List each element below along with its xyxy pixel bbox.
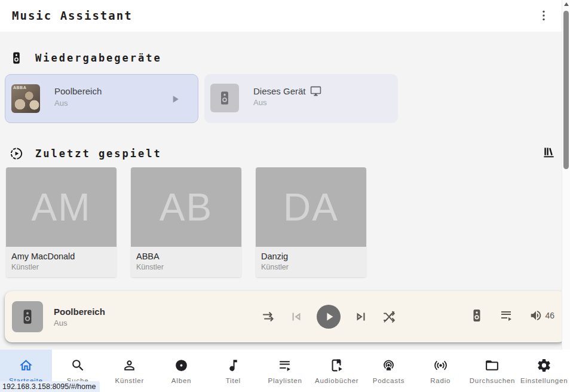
playlist-icon (278, 358, 293, 373)
top-bar: Music Assistant (0, 0, 570, 32)
playback-controls (261, 305, 397, 329)
player-status: Aus (54, 99, 68, 108)
artist-card[interactable]: AB ABBA Künstler (131, 167, 241, 277)
player-bar: Poolbereich Aus 46 (5, 291, 565, 342)
play-icon[interactable] (169, 93, 181, 105)
player-card-dieses-geraet[interactable]: Dieses Gerät Aus (204, 74, 398, 123)
artist-card[interactable]: DA Danzig Künstler (256, 167, 366, 277)
nav-item-kuenstler[interactable]: Künstler (103, 350, 155, 392)
artist-subtitle: Künstler (11, 263, 111, 271)
artist-name: ABBA (136, 251, 236, 262)
artist-image-placeholder: DA (256, 167, 366, 247)
monitor-icon (310, 85, 321, 97)
skip-previous-icon[interactable] (289, 309, 304, 324)
recent-section-header: Zuletzt gespielt (10, 145, 162, 162)
audiobook-icon (329, 358, 344, 373)
speaker-select-icon[interactable] (470, 308, 484, 323)
folder-icon (485, 358, 499, 373)
podcast-icon (381, 358, 396, 373)
recent-section-title: Zuletzt gespielt (35, 148, 162, 160)
volume-value: 46 (545, 311, 554, 320)
player-bar-status: Aus (54, 318, 67, 327)
nav-item-einstellungen[interactable]: Einstellungen (518, 350, 570, 392)
nav-item-playlisten[interactable]: Playlisten (259, 350, 311, 392)
nav-item-alben[interactable]: Alben (155, 350, 207, 392)
artist-card[interactable]: AM Amy MacDonald Künstler (6, 167, 117, 277)
players-section-header: Wiedergabegeräte (10, 50, 162, 66)
queue-icon[interactable] (499, 308, 514, 323)
nav-item-audiobuecher[interactable]: Audiobücher (311, 350, 363, 392)
library-icon[interactable] (542, 145, 556, 160)
play-button[interactable] (317, 305, 341, 329)
home-icon (19, 358, 33, 373)
music-note-icon (226, 358, 241, 373)
shuffle-off-icon[interactable] (381, 309, 397, 324)
player-name: Dieses Gerät (253, 86, 306, 96)
artist-subtitle: Künstler (136, 263, 236, 271)
album-icon (174, 358, 189, 373)
player-status: Aus (253, 98, 266, 107)
nav-item-podcasts[interactable]: Podcasts (363, 350, 415, 392)
player-bar-right-controls: 46 (470, 308, 554, 323)
artist-image-placeholder: AB (131, 167, 241, 247)
album-art-thumbnail: ABBA (11, 84, 40, 113)
players-section-title: Wiedergabegeräte (35, 52, 162, 64)
recent-artist-cards: AM Amy MacDonald Künstler AB ABBA Künstl… (6, 167, 366, 277)
scrollbar-thumb[interactable] (563, 11, 569, 169)
device-thumbnail (210, 84, 239, 112)
scroll-up-arrow-icon[interactable] (564, 2, 569, 6)
volume-control[interactable]: 46 (529, 309, 554, 322)
speaker-icon (10, 50, 23, 66)
search-icon (71, 358, 85, 373)
status-url-tooltip: 192.168.3.158:8095/#/home (0, 381, 100, 392)
player-name: Poolbereich (54, 86, 102, 96)
artist-subtitle: Künstler (261, 263, 361, 271)
vertical-scrollbar[interactable] (562, 0, 570, 350)
play-icon (323, 310, 336, 323)
player-bar-thumbnail[interactable] (12, 301, 43, 332)
gear-icon (537, 358, 551, 373)
nav-item-titel[interactable]: Titel (207, 350, 259, 392)
app-title: Music Assistant (12, 0, 133, 32)
volume-icon (529, 309, 543, 322)
speaker-icon (217, 90, 232, 106)
radio-icon (433, 358, 448, 373)
nav-item-radio[interactable]: Radio (415, 350, 467, 392)
overflow-menu-icon[interactable] (537, 8, 551, 23)
artist-image-placeholder: AM (6, 167, 117, 247)
abba-album-art: ABBA (11, 84, 40, 113)
speaker-icon (19, 308, 36, 325)
repeat-icon[interactable] (261, 309, 276, 324)
player-bar-name: Poolbereich (54, 307, 105, 317)
account-icon (122, 358, 137, 373)
skip-next-icon[interactable] (353, 309, 369, 324)
motion-play-icon (10, 146, 23, 161)
artist-name: Danzig (261, 251, 361, 262)
player-device-cards: ABBA Poolbereich Aus Dieses Gerät Aus (5, 74, 398, 123)
artist-name: Amy MacDonald (11, 251, 111, 262)
nav-item-durchsuchen[interactable]: Durchsuchen (467, 350, 519, 392)
music-assistant-app: Music Assistant Wiedergabegeräte ABBA Po… (0, 0, 570, 392)
player-card-poolbereich[interactable]: ABBA Poolbereich Aus (5, 74, 198, 123)
